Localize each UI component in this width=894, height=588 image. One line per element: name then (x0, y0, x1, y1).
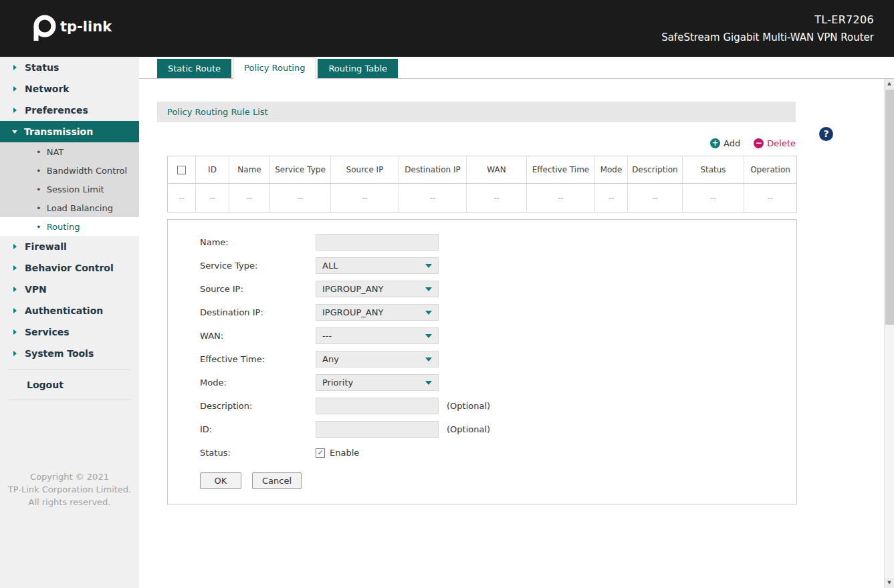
sidebar-item-behavior-control[interactable]: Behavior Control (0, 257, 139, 279)
sidebar-item-services[interactable]: Services (0, 321, 139, 343)
sidebar-item-label: Transmission (24, 126, 93, 137)
select-all-checkbox[interactable] (177, 166, 186, 174)
sidebar: Status Network Preferences Transmission … (0, 57, 139, 588)
section-title: Policy Routing Rule List (157, 102, 796, 122)
cancel-button[interactable]: Cancel (252, 472, 302, 489)
device-subtitle: SafeStream Gigabit Multi-WAN VPN Router (661, 31, 874, 43)
enable-label: Enable (330, 448, 359, 458)
destination-ip-select[interactable]: IPGROUP_ANY (316, 304, 439, 321)
sidebar-item-status[interactable]: Status (0, 57, 139, 78)
sidebar-item-firewall[interactable]: Firewall (0, 236, 139, 257)
table-cell: -- (595, 184, 628, 212)
column-header-service-type: Service Type (270, 156, 331, 183)
vertical-scrollbar[interactable]: ▲ ▼ (884, 79, 894, 588)
sidebar-subitem-label: NAT (47, 147, 64, 157)
column-header-name: Name (229, 156, 270, 183)
table-cell: -- (168, 184, 196, 212)
description-label: Description: (200, 401, 316, 411)
scroll-down-arrow[interactable]: ▼ (885, 578, 894, 588)
column-header-operation: Operation (744, 156, 796, 183)
wan-select[interactable]: --- (316, 327, 439, 344)
tab-routing-table[interactable]: Routing Table (318, 59, 398, 78)
check-icon: ✓ (317, 448, 323, 457)
rule-edit-panel: Name: Service Type: ALL Source IP: IPGRO… (167, 219, 797, 504)
logout-section: Logout (8, 370, 131, 400)
copyright-line: Copyright © 2021 (0, 470, 139, 483)
screen: tp-link TL-ER7206 SafeStream Gigabit Mul… (0, 0, 894, 588)
enable-checkbox[interactable]: ✓ (316, 448, 325, 458)
chevron-down-icon (425, 287, 432, 291)
sidebar-item-preferences[interactable]: Preferences (0, 100, 139, 121)
tab-static-route[interactable]: Static Route (157, 59, 231, 78)
sidebar-item-routing[interactable]: • Routing (0, 217, 139, 236)
bullet-icon: • (36, 184, 41, 194)
help-icon[interactable]: ? (819, 127, 833, 141)
sidebar-item-label: Behavior Control (25, 263, 114, 273)
sidebar-item-load-balancing[interactable]: • Load Balancing (0, 198, 139, 217)
form-row-description: Description: (Optional) (168, 394, 796, 418)
sidebar-item-authentication[interactable]: Authentication (0, 300, 139, 321)
wan-label: WAN: (200, 331, 316, 341)
main-content: Static Route Policy Routing Routing Tabl… (139, 57, 894, 588)
table-cell: -- (399, 184, 467, 212)
sidebar-subitem-label: Load Balancing (47, 203, 113, 213)
chevron-down-icon (425, 334, 432, 338)
table-toolbar: + Add − Delete (157, 136, 796, 150)
source-ip-select[interactable]: IPGROUP_ANY (316, 281, 439, 297)
logout-button[interactable]: Logout (8, 370, 131, 400)
sidebar-item-label: Authentication (25, 305, 103, 316)
top-header: tp-link TL-ER7206 SafeStream Gigabit Mul… (0, 0, 894, 57)
transmission-submenu: • NAT • Bandwidth Control • Session Limi… (0, 142, 139, 236)
sidebar-item-label: Network (25, 84, 70, 94)
scrollbar-thumb[interactable] (885, 90, 894, 325)
chevron-right-icon (13, 308, 17, 313)
form-row-name: Name: (168, 231, 796, 254)
sidebar-item-session-limit[interactable]: • Session Limit (0, 180, 139, 198)
table-cell: -- (196, 184, 229, 212)
tp-link-logo: tp-link (31, 13, 118, 45)
chevron-right-icon (13, 265, 17, 271)
service-type-select[interactable]: ALL (316, 257, 439, 274)
form-row-source-ip: Source IP: IPGROUP_ANY (168, 277, 796, 301)
column-header-destination-ip: Destination IP (399, 156, 467, 183)
effective-time-select[interactable]: Any (316, 351, 439, 368)
column-header-mode: Mode (595, 156, 628, 183)
sidebar-item-network[interactable]: Network (0, 78, 139, 100)
copyright-line: TP-Link Corporation Limited. (0, 483, 139, 496)
add-button[interactable]: + Add (710, 138, 740, 148)
header-device-info: TL-ER7206 SafeStream Gigabit Multi-WAN V… (661, 13, 874, 43)
chevron-down-icon (425, 357, 432, 361)
chevron-right-icon (13, 65, 17, 70)
column-header-source-ip: Source IP (331, 156, 399, 183)
chevron-right-icon (13, 108, 17, 113)
table-cell: -- (467, 184, 527, 212)
tab-policy-routing[interactable]: Policy Routing (233, 57, 316, 79)
sidebar-item-bandwidth-control[interactable]: • Bandwidth Control (0, 161, 139, 180)
delete-button[interactable]: − Delete (754, 138, 796, 148)
description-input[interactable] (316, 398, 439, 414)
form-row-status: Status: ✓ Enable (168, 441, 796, 464)
name-input[interactable] (316, 234, 439, 251)
select-all-cell (168, 156, 196, 183)
add-icon: + (710, 138, 720, 148)
scroll-up-arrow[interactable]: ▲ (885, 79, 894, 89)
sidebar-item-nat[interactable]: • NAT (0, 142, 139, 161)
chevron-right-icon (13, 351, 17, 356)
sidebar-item-system-tools[interactable]: System Tools (0, 343, 139, 364)
effective-time-label: Effective Time: (200, 354, 316, 364)
table-cell: -- (229, 184, 270, 212)
copyright: Copyright © 2021 TP-Link Corporation Lim… (0, 470, 139, 508)
select-value: --- (322, 331, 332, 341)
mode-label: Mode: (200, 378, 316, 388)
bullet-icon: • (36, 222, 41, 232)
sidebar-item-label: System Tools (25, 348, 94, 359)
sidebar-item-transmission[interactable]: Transmission (0, 121, 139, 142)
id-input[interactable] (316, 421, 439, 438)
sidebar-item-vpn[interactable]: VPN (0, 279, 139, 300)
ok-button[interactable]: OK (200, 472, 241, 489)
select-value: IPGROUP_ANY (322, 307, 383, 317)
delete-label: Delete (767, 138, 796, 148)
mode-select[interactable]: Priority (316, 374, 439, 391)
table-header-row: ID Name Service Type Source IP Destinati… (168, 156, 796, 184)
logo-wordmark: tp-link (60, 19, 112, 35)
